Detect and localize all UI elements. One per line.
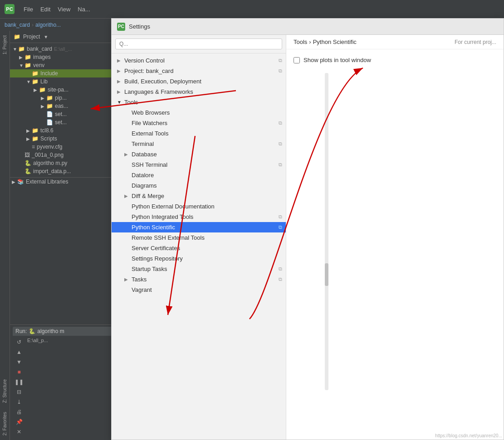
settings-file-watchers[interactable]: File Watchers ⧉: [112, 118, 286, 128]
settings-search-input[interactable]: [115, 39, 282, 49]
run-bar: Run: 🐍 algoritho m ✕ ↺ ▲ ▼ ■ ❚❚ ⊟ ⤓ 🖨 📌 …: [10, 324, 121, 440]
settings-diff-merge[interactable]: ▶ Diff & Merge: [112, 191, 286, 201]
show-plots-label: Show plots in tool window: [303, 57, 371, 63]
copy-icon-task: ⧉: [279, 276, 282, 282]
top-menu-bar: PC File Edit View Na...: [0, 0, 504, 18]
settings-right-panel: Tools › Python Scientific For current pr…: [286, 35, 504, 440]
copy-icon-pit: ⧉: [279, 214, 282, 220]
breadcrumb-parent: Tools: [294, 39, 307, 45]
settings-startup-tasks[interactable]: Startup Tasks ⧉: [112, 264, 286, 274]
tree-set1[interactable]: 📄 set...: [10, 110, 121, 118]
settings-server-certs[interactable]: Server Certificates: [112, 243, 286, 253]
menu-navigate[interactable]: Na...: [78, 6, 90, 13]
run-py-icon: 🐍: [29, 328, 35, 334]
settings-external-tools[interactable]: External Tools: [112, 128, 286, 139]
tree-algoritho-py[interactable]: 🐍 algoritho m.py: [10, 159, 121, 167]
settings-remote-ssh[interactable]: Remote SSH External Tools: [112, 232, 286, 243]
tree-scripts[interactable]: ▶ 📁 Scripts: [10, 135, 121, 143]
settings-ssh-terminal[interactable]: SSH Terminal ⧉: [112, 160, 286, 170]
tree-root[interactable]: ▼ 📁 bank_card E:\all_...: [10, 45, 121, 53]
tree-lib[interactable]: ▼ 📁 Lib: [10, 77, 121, 86]
run-close-btn2[interactable]: ✕: [15, 427, 24, 436]
settings-tree: ▶ Version Control ⧉ ▶ Project: bank_card…: [112, 53, 286, 440]
run-toggle-wrap-btn[interactable]: ⊟: [15, 387, 24, 396]
settings-project-bank[interactable]: ▶ Project: bank_card ⧉: [112, 66, 286, 76]
run-print-btn[interactable]: 🖨: [15, 407, 24, 416]
run-output: E:\all_p...: [25, 336, 50, 438]
settings-py-ext-doc[interactable]: Python External Documentation: [112, 201, 286, 212]
tree-pip[interactable]: ▶ 📁 pip...: [10, 94, 121, 102]
tree-import-py[interactable]: 🐍 import_data.p...: [10, 167, 121, 175]
settings-dialog: PC Settings ▶ Version Control ⧉: [111, 18, 504, 440]
settings-tools[interactable]: ▼ Tools: [112, 97, 286, 107]
breadcrumb-project[interactable]: bank_card: [5, 22, 30, 28]
project-folder-icon: 📁: [14, 34, 20, 40]
project-sidebar: 📁 Project ▼ ▼ 📁 bank_card E:\all_... ▶ 📁…: [10, 31, 121, 440]
project-header: 📁 Project ▼: [10, 31, 121, 43]
vert-tab-structure[interactable]: Z: Structure: [1, 375, 9, 407]
vert-tab-project[interactable]: 1: Project: [1, 31, 9, 59]
menu-edit[interactable]: Edit: [40, 6, 50, 13]
settings-build[interactable]: ▶ Build, Execution, Deployment: [112, 76, 286, 87]
watermark: https://blog.csdn.net/yuanren20...: [435, 433, 502, 438]
settings-diagrams[interactable]: Diagrams: [112, 180, 286, 191]
settings-tree-panel: ▶ Version Control ⧉ ▶ Project: bank_card…: [112, 35, 286, 440]
project-title: Project: [23, 34, 40, 40]
run-pause-btn[interactable]: ❚❚: [15, 377, 24, 387]
show-plots-checkbox[interactable]: [294, 57, 300, 63]
breadcrumb-separator: ›: [309, 39, 311, 45]
run-pin-btn[interactable]: 📌: [15, 417, 24, 426]
vert-tab-favorites[interactable]: 2: Favorites: [1, 407, 9, 440]
app-icon: PC: [5, 4, 15, 14]
menu-file[interactable]: File: [24, 6, 33, 13]
settings-title-bar: PC Settings: [112, 19, 504, 35]
for-current-project[interactable]: For current proj...: [455, 39, 496, 45]
run-stop-btn[interactable]: ■: [15, 367, 24, 377]
settings-tasks[interactable]: ▶ Tasks ⧉: [112, 274, 286, 285]
tree-venv[interactable]: ▼ 📁 venv: [10, 61, 121, 69]
copy-icon-fw: ⧉: [279, 120, 282, 126]
tree-eas[interactable]: ▶ 📁 eas...: [10, 102, 121, 110]
project-dropdown-arrow[interactable]: ▼: [44, 34, 48, 39]
run-restart-btn[interactable]: ↺: [15, 338, 24, 347]
vert-tab-strip: 1: Project Z: Structure 2: Favorites: [0, 31, 10, 440]
tree-png[interactable]: 🖼 _001a_0.png: [10, 151, 121, 159]
run-tab-name: algoritho m: [37, 328, 64, 334]
settings-repo[interactable]: Settings Repository: [112, 253, 286, 264]
copy-icon-ssh: ⧉: [279, 162, 282, 168]
run-scroll-end-btn[interactable]: ⤓: [15, 397, 24, 406]
settings-web-browsers[interactable]: Web Browsers: [112, 107, 286, 118]
tree-tcl[interactable]: ▶ 📁 tcl8.6: [10, 126, 121, 135]
tree-include[interactable]: 📁 Include: [10, 69, 121, 77]
run-tab[interactable]: Run: 🐍 algoritho m ✕: [13, 327, 118, 336]
settings-vagrant[interactable]: Vagrant: [112, 285, 286, 295]
settings-version-control[interactable]: ▶ Version Control ⧉: [112, 55, 286, 66]
settings-py-scientific[interactable]: Python Scientific ⧉: [112, 222, 286, 232]
tree-images[interactable]: ▶ 📁 images: [10, 53, 121, 61]
breadcrumb-sep: ›: [32, 22, 34, 28]
tree-site-packages[interactable]: ▶ 📁 site-pa...: [10, 86, 121, 94]
project-tree: ▼ 📁 bank_card E:\all_... ▶ 📁 images ▼ 📁 …: [10, 43, 121, 324]
run-down-btn[interactable]: ▼: [15, 358, 24, 367]
settings-body: ▶ Version Control ⧉ ▶ Project: bank_card…: [112, 35, 504, 440]
copy-icon-term: ⧉: [279, 141, 282, 147]
tree-ext-libs[interactable]: ▶ 📚 External Libraries: [10, 177, 121, 186]
settings-search-container: [112, 35, 286, 53]
show-plots-row: Show plots in tool window: [294, 57, 496, 63]
settings-content: Show plots in tool window: [286, 49, 504, 76]
breadcrumb-file[interactable]: algoritho...: [35, 22, 61, 28]
settings-right-header: Tools › Python Scientific For current pr…: [286, 35, 504, 49]
copy-icon-ps: ⧉: [279, 224, 282, 230]
settings-py-int-tools[interactable]: Python Integrated Tools ⧉: [112, 212, 286, 222]
tree-set2[interactable]: 📄 set...: [10, 118, 121, 126]
menu-view[interactable]: View: [58, 6, 70, 13]
settings-title: Settings: [129, 23, 150, 30]
main-layout: 1: Project Z: Structure 2: Favorites 📁 P…: [0, 31, 504, 440]
copy-icon-1: ⧉: [279, 68, 282, 74]
settings-database[interactable]: ▶ Database: [112, 149, 286, 160]
run-up-btn[interactable]: ▲: [15, 348, 24, 357]
settings-terminal[interactable]: Terminal ⧉: [112, 139, 286, 149]
tree-pyvenv[interactable]: ≡ pyvenv.cfg: [10, 143, 121, 151]
settings-datalore[interactable]: Datalore: [112, 170, 286, 180]
settings-languages[interactable]: ▶ Languages & Frameworks: [112, 87, 286, 97]
